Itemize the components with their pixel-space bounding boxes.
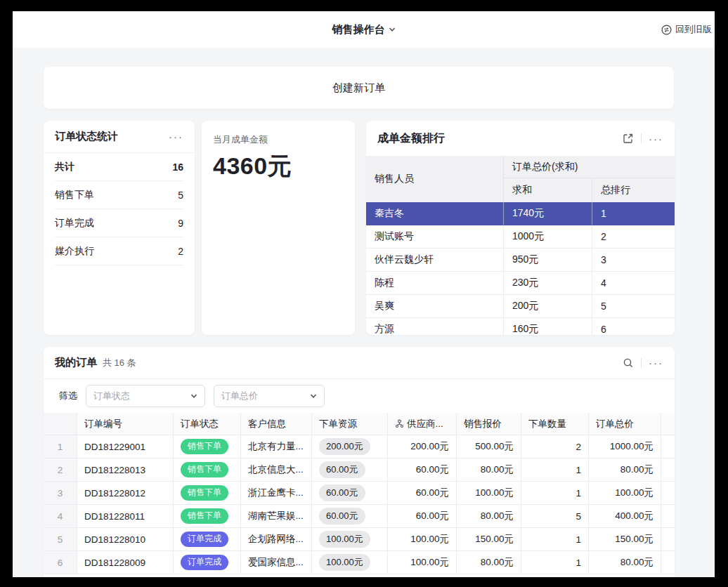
col-header-customer[interactable]: 客户信息 (241, 413, 312, 435)
col-header-spacer (661, 413, 675, 435)
status-card-title: 订单状态统计 (55, 130, 118, 143)
row-spacer (661, 435, 675, 459)
more-menu-icon[interactable]: ··· (649, 357, 663, 368)
order-total: 80.00元 (589, 551, 661, 574)
create-order-button[interactable]: 创建新订单 (44, 67, 674, 109)
col-header-quantity[interactable]: 下单数量 (521, 413, 589, 435)
monthly-amount-label: 当月成单金额 (213, 133, 344, 146)
col-header-quote[interactable]: 销售报价 (457, 413, 521, 435)
stat-value: 16 (172, 161, 183, 173)
supplier-price: 100.00元 (388, 551, 457, 574)
status-badge: 订单完成 (181, 555, 228, 570)
person-sum: 230元 (504, 272, 592, 295)
open-in-new-icon[interactable] (623, 133, 634, 144)
more-menu-icon[interactable]: ··· (169, 131, 183, 142)
filter-status-placeholder: 订单状态 (93, 390, 130, 402)
order-total: 100.00元 (589, 482, 661, 505)
back-to-old-version-link[interactable]: 回到旧版 (661, 11, 712, 48)
filter-label: 筛选 (59, 390, 77, 402)
table-row[interactable]: 1 DD181229001 销售下单 北京有力量... 200.00元 200.… (44, 435, 675, 459)
col-header-total-group: 订单总价(求和) (504, 156, 675, 178)
customer-info: 北京信息大... (241, 459, 312, 482)
stat-row-sales[interactable]: 销售下单 5 (55, 181, 183, 209)
col-header-order-id[interactable]: 订单编号 (77, 413, 174, 435)
person-sum: 1000元 (504, 225, 592, 249)
ranking-row[interactable]: 方源 160元 6 (366, 318, 675, 335)
filter-order-status-select[interactable]: 订单状态 (86, 385, 205, 407)
supplier-price: 60.00元 (388, 482, 457, 505)
status-badge: 销售下单 (181, 508, 228, 524)
ranking-table: 销售人员 订单总价(求和) 求和 总排行 秦吉冬 1740元 1 测试账号 10… (366, 156, 675, 335)
ranking-row[interactable]: 吴爽 200元 5 (366, 295, 675, 318)
relation-icon (395, 419, 404, 428)
col-header-total[interactable]: 订单总价 (589, 413, 661, 435)
col-header-supplier[interactable]: 供应商... (388, 413, 457, 435)
more-menu-icon[interactable]: ··· (649, 133, 663, 144)
supplier-header-label: 供应商... (407, 418, 443, 430)
table-row[interactable]: 2 DD181228013 销售下单 北京信息大... 60.00元 60.00… (44, 459, 675, 482)
stat-row-total[interactable]: 共计 16 (55, 153, 183, 181)
stat-label: 媒介执行 (55, 245, 94, 258)
ranking-row[interactable]: 秦吉冬 1740元 1 (366, 202, 675, 225)
table-row[interactable]: 6 DD181228009 订单完成 爱国家信息... 100.00元 100.… (44, 551, 675, 574)
resource-tag: 100.00元 (319, 531, 370, 548)
col-header-resource[interactable]: 下单资源 (312, 413, 388, 435)
person-name: 测试账号 (366, 225, 504, 249)
resource-tag: 60.00元 (319, 461, 365, 478)
create-order-label: 创建新订单 (332, 81, 385, 95)
supplier-price: 60.00元 (388, 459, 457, 482)
filter-order-total-select[interactable]: 订单总价 (214, 385, 325, 407)
orders-card-header: 我的订单 共 16 条 ··· (44, 347, 675, 379)
workspace-switcher[interactable]: 销售操作台 (332, 23, 396, 37)
sales-quote: 80.00元 (457, 459, 521, 482)
order-id: DD181228013 (77, 459, 174, 482)
resource-tag: 60.00元 (319, 484, 365, 501)
stat-row-media[interactable]: 媒介执行 2 (55, 237, 183, 265)
person-rank: 1 (592, 202, 675, 225)
orders-count: 共 16 条 (103, 357, 136, 369)
order-quantity: 1 (521, 551, 589, 574)
stat-value: 2 (178, 246, 183, 257)
sales-quote: 100.00元 (457, 482, 521, 505)
top-bar: 销售操作台 回到旧版 (13, 11, 715, 48)
table-row[interactable]: 3 DD181228012 销售下单 浙江金鹰卡... 60.00元 60.00… (44, 482, 675, 505)
resource-tag: 60.00元 (319, 508, 365, 525)
filter-bar: 筛选 订单状态 订单总价 (44, 379, 675, 413)
chevron-down-icon (190, 393, 197, 400)
app-window: 销售操作台 回到旧版 创建新订单 订单状态统计 ··· 共计 16 销售下单 (13, 11, 715, 577)
sales-quote: 80.00元 (457, 551, 521, 574)
monthly-amount-card: 当月成单金额 4360元 (202, 121, 355, 335)
person-rank: 6 (592, 318, 675, 335)
person-sum: 200元 (504, 295, 592, 318)
order-id: DD181228010 (77, 528, 174, 551)
resource-tag: 200.00元 (319, 438, 370, 455)
order-total: 400.00元 (589, 505, 661, 528)
order-quantity: 1 (521, 459, 589, 482)
table-row[interactable]: 4 DD181228011 销售下单 湖南芒果娱... 60.00元 60.00… (44, 505, 675, 528)
person-name: 吴爽 (366, 295, 504, 318)
customer-info: 爱国家信息... (241, 551, 312, 574)
ranking-row[interactable]: 测试账号 1000元 2 (366, 225, 675, 249)
supplier-price: 100.00元 (388, 528, 457, 551)
sales-quote: 150.00元 (457, 528, 521, 551)
stat-row-complete[interactable]: 订单完成 9 (55, 209, 183, 237)
search-icon[interactable] (623, 357, 634, 369)
ranking-row[interactable]: 陈程 230元 4 (366, 272, 675, 295)
col-header-rank: 总排行 (592, 178, 675, 202)
ranking-row[interactable]: 伙伴云魏少轩 950元 3 (366, 249, 675, 272)
my-orders-card: 我的订单 共 16 条 ··· 筛选 订单状态 订单总价 (44, 347, 675, 577)
person-sum: 950元 (504, 249, 592, 272)
col-header-order-status[interactable]: 订单状态 (174, 413, 241, 435)
row-spacer (661, 459, 675, 482)
person-sum: 1740元 (504, 202, 592, 225)
status-badge: 销售下单 (181, 485, 228, 501)
status-badge: 销售下单 (181, 462, 228, 477)
resource-tag: 100.00元 (319, 554, 370, 571)
monthly-amount-value: 4360元 (213, 150, 344, 183)
table-row[interactable]: 5 DD181228010 订单完成 企划路网络... 100.00元 100.… (44, 528, 675, 551)
order-quantity: 5 (521, 505, 589, 528)
status-card-header: 订单状态统计 ··· (44, 121, 195, 153)
ranking-card-header: 成单金额排行 ··· (366, 121, 675, 156)
orders-table: 订单编号 订单状态 客户信息 下单资源 供应商... 销售报价 下单数量 订单总… (44, 413, 675, 574)
person-rank: 3 (592, 249, 675, 272)
